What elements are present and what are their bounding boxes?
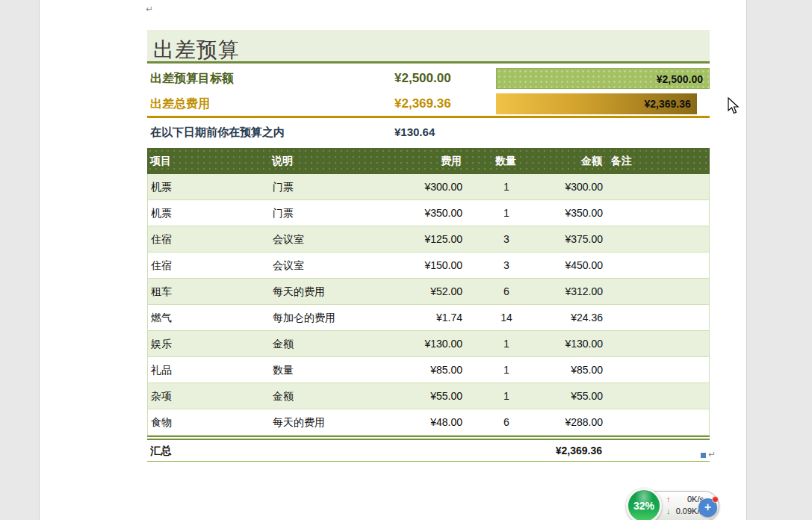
cell-note[interactable] [606, 174, 709, 199]
cell-qty[interactable]: 3 [468, 226, 545, 252]
cell-desc[interactable]: 数量 [270, 357, 382, 383]
table-row: 住宿 会议室 ¥150.00 3 ¥450.00 [148, 253, 709, 279]
cell-note[interactable] [606, 279, 709, 304]
budget-target-value[interactable]: ¥2,500.00 [394, 66, 496, 91]
spacer [496, 123, 710, 142]
cell-qty[interactable]: 3 [468, 253, 545, 278]
download-arrow-icon: ↓ [666, 505, 671, 517]
table-row: 机票 门票 ¥350.00 1 ¥350.00 [148, 200, 709, 226]
cell-item[interactable]: 燃气 [148, 305, 270, 330]
cell-cost[interactable]: ¥55.00 [382, 383, 468, 409]
budget-target-label[interactable]: 出差预算目标额 [147, 66, 394, 91]
table-row: 燃气 每加仑的费用 ¥1.74 14 ¥24.36 [148, 305, 709, 331]
budget-target-row: 出差预算目标额 ¥2,500.00 ¥2,500.00 [147, 66, 710, 91]
cell-cost[interactable]: ¥350.00 [382, 200, 468, 226]
cell-item[interactable]: 住宿 [148, 253, 270, 278]
budget-target-bar-track: ¥2,500.00 [496, 66, 710, 91]
cell-note[interactable] [606, 200, 709, 226]
desktop: { "document": { "paragraph_mark": "↵", "… [0, 0, 812, 520]
cell-amount[interactable]: ¥312.00 [545, 279, 606, 304]
table-row: 租车 每天的费用 ¥52.00 6 ¥312.00 [148, 279, 709, 305]
cell-qty[interactable]: 14 [468, 305, 545, 330]
page-title[interactable]: 出差预算 [147, 30, 710, 64]
cell-qty[interactable]: 6 [468, 279, 545, 304]
cell-note[interactable] [606, 253, 709, 278]
cell-qty[interactable]: 1 [468, 383, 545, 409]
cell-qty[interactable]: 6 [468, 409, 545, 435]
cell-amount[interactable]: ¥130.00 [545, 331, 606, 356]
cell-desc[interactable]: 每天的费用 [270, 409, 382, 435]
cell-item[interactable]: 住宿 [148, 226, 270, 252]
cell-cost[interactable]: ¥1.74 [382, 305, 468, 330]
cell-note[interactable] [606, 409, 709, 435]
cell-cost[interactable]: ¥85.00 [382, 357, 468, 383]
cell-amount[interactable]: ¥85.00 [545, 357, 606, 383]
cell-qty[interactable]: 1 [468, 331, 545, 356]
mouse-cursor-icon [728, 97, 741, 115]
cell-amount[interactable]: ¥375.00 [545, 226, 606, 252]
cell-amount[interactable]: ¥24.36 [545, 305, 606, 330]
cell-amount[interactable]: ¥450.00 [545, 253, 606, 278]
cell-amount[interactable]: ¥350.00 [545, 200, 606, 226]
cell-cost[interactable]: ¥300.00 [382, 174, 468, 199]
network-monitor-widget[interactable]: 32% ↑ 0K/s ↓ 0.09K/s + [626, 488, 720, 520]
cell-item[interactable]: 娱乐 [148, 331, 270, 356]
cell-desc[interactable]: 金额 [270, 331, 382, 356]
cell-cost[interactable]: ¥130.00 [382, 331, 468, 356]
cell-amount[interactable]: ¥300.00 [545, 174, 606, 199]
cell-qty[interactable]: 1 [468, 357, 545, 383]
cell-cost[interactable]: ¥48.00 [382, 409, 468, 435]
cell-note[interactable] [606, 357, 709, 383]
add-button[interactable]: + [698, 498, 717, 517]
total-cost-row: 出差总费用 ¥2,369.36 ¥2,369.36 [147, 91, 710, 116]
cell-item[interactable]: 机票 [148, 174, 270, 199]
cell-desc[interactable]: 会议室 [270, 226, 382, 252]
header-cost[interactable]: 费用 [381, 148, 468, 174]
cell-desc[interactable]: 金额 [270, 383, 382, 409]
cell-desc[interactable]: 会议室 [270, 253, 382, 278]
upload-line: ↑ 0K/s [666, 493, 704, 505]
cell-cost[interactable]: ¥150.00 [382, 253, 468, 278]
cell-amount[interactable]: ¥55.00 [545, 383, 606, 409]
cell-item[interactable]: 机票 [148, 200, 270, 226]
cell-item[interactable]: 杂项 [148, 383, 270, 409]
table-row: 住宿 会议室 ¥125.00 3 ¥375.00 [148, 226, 709, 253]
under-budget-label[interactable]: 在以下日期前你在预算之内 [147, 123, 394, 142]
header-amount[interactable]: 金额 [544, 148, 605, 174]
cell-desc[interactable]: 每加仑的费用 [270, 305, 382, 330]
total-cost-value[interactable]: ¥2,369.36 [394, 91, 496, 117]
cell-cost[interactable]: ¥52.00 [382, 279, 468, 304]
cell-note[interactable] [606, 226, 709, 252]
budget-target-bar[interactable]: ¥2,500.00 [496, 68, 710, 89]
under-budget-value[interactable]: ¥130.64 [394, 123, 496, 142]
notification-dot [712, 496, 719, 503]
cell-desc[interactable]: 门票 [270, 200, 382, 226]
header-item[interactable]: 项目 [147, 148, 269, 174]
cell-note[interactable] [606, 331, 709, 356]
table-row: 食物 每天的费用 ¥48.00 6 ¥288.00 [148, 409, 709, 436]
header-qty[interactable]: 数量 [468, 148, 544, 174]
cpu-usage-gauge[interactable]: 32% [626, 488, 662, 520]
cell-note[interactable] [606, 383, 709, 409]
cell-empty [381, 440, 468, 461]
table-header-row: 项目 说明 费用 数量 金额 备注 [147, 148, 710, 174]
cell-note[interactable] [606, 305, 709, 330]
cell-qty[interactable]: 1 [468, 200, 545, 226]
total-cost-label[interactable]: 出差总费用 [147, 91, 394, 117]
total-cost-bar[interactable]: ¥2,369.36 [496, 93, 697, 114]
cell-qty[interactable]: 1 [468, 174, 545, 199]
table-resize-handle[interactable] [701, 453, 706, 458]
cell-cost[interactable]: ¥125.00 [382, 226, 468, 252]
cell-empty [269, 440, 381, 461]
cell-item[interactable]: 食物 [148, 409, 270, 435]
word-document-page[interactable]: ↵ 出差预算 出差预算目标额 ¥2,500.00 ¥2,500.00 出差总费用… [39, 0, 747, 520]
header-note[interactable]: 备注 [605, 148, 710, 174]
cell-amount[interactable]: ¥288.00 [545, 409, 606, 435]
total-amount[interactable]: ¥2,369.36 [544, 440, 605, 461]
header-desc[interactable]: 说明 [269, 148, 381, 174]
cell-desc[interactable]: 门票 [270, 174, 382, 199]
total-label[interactable]: 汇总 [147, 440, 269, 461]
cell-item[interactable]: 租车 [148, 279, 270, 304]
cell-desc[interactable]: 每天的费用 [270, 279, 382, 304]
cell-item[interactable]: 礼品 [148, 357, 270, 383]
